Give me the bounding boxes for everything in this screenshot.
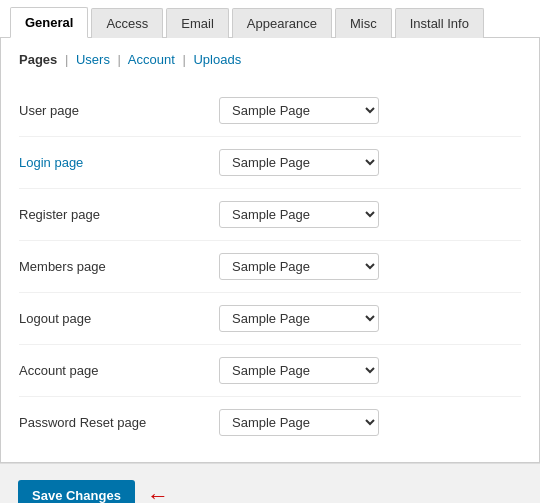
form-control: Sample Page bbox=[219, 409, 379, 436]
tabs-container: General Access Email Appearance Misc Ins… bbox=[0, 0, 540, 38]
dropdown-login-page[interactable]: Sample Page bbox=[219, 149, 379, 176]
breadcrumb-uploads[interactable]: Uploads bbox=[193, 52, 241, 67]
form-label-user-page: User page bbox=[19, 103, 219, 118]
form-label-account-page: Account page bbox=[19, 363, 219, 378]
form-label-password-reset-page: Password Reset page bbox=[19, 415, 219, 430]
breadcrumb-account[interactable]: Account bbox=[128, 52, 175, 67]
form-control: Sample Page bbox=[219, 201, 379, 228]
form: User pageSample PageLogin pageSample Pag… bbox=[19, 85, 521, 448]
breadcrumb-pages: Pages bbox=[19, 52, 57, 67]
dropdown-register-page[interactable]: Sample Page bbox=[219, 201, 379, 228]
breadcrumb: Pages | Users | Account | Uploads bbox=[19, 52, 521, 67]
form-label-login-page: Login page bbox=[19, 155, 219, 170]
save-changes-button[interactable]: Save Changes bbox=[18, 480, 135, 503]
footer-area: Save Changes ← bbox=[0, 463, 540, 503]
form-control: Sample Page bbox=[219, 357, 379, 384]
arrow-indicator: ← bbox=[147, 485, 169, 504]
breadcrumb-users[interactable]: Users bbox=[76, 52, 110, 67]
form-row: Password Reset pageSample Page bbox=[19, 397, 521, 448]
form-control: Sample Page bbox=[219, 97, 379, 124]
dropdown-logout-page[interactable]: Sample Page bbox=[219, 305, 379, 332]
dropdown-user-page[interactable]: Sample Page bbox=[219, 97, 379, 124]
dropdown-account-page[interactable]: Sample Page bbox=[219, 357, 379, 384]
dropdown-members-page[interactable]: Sample Page bbox=[219, 253, 379, 280]
tab-general[interactable]: General bbox=[10, 7, 88, 38]
form-control: Sample Page bbox=[219, 305, 379, 332]
form-label-members-page: Members page bbox=[19, 259, 219, 274]
form-row: Logout pageSample Page bbox=[19, 293, 521, 345]
form-control: Sample Page bbox=[219, 149, 379, 176]
form-control: Sample Page bbox=[219, 253, 379, 280]
form-label-register-page: Register page bbox=[19, 207, 219, 222]
form-row: Login pageSample Page bbox=[19, 137, 521, 189]
dropdown-password-reset-page[interactable]: Sample Page bbox=[219, 409, 379, 436]
content-area: Pages | Users | Account | Uploads User p… bbox=[0, 38, 540, 463]
tab-misc[interactable]: Misc bbox=[335, 8, 392, 38]
form-label-logout-page: Logout page bbox=[19, 311, 219, 326]
tab-install-info[interactable]: Install Info bbox=[395, 8, 484, 38]
form-row: Members pageSample Page bbox=[19, 241, 521, 293]
tab-email[interactable]: Email bbox=[166, 8, 229, 38]
tab-appearance[interactable]: Appearance bbox=[232, 8, 332, 38]
form-row: User pageSample Page bbox=[19, 85, 521, 137]
form-row: Account pageSample Page bbox=[19, 345, 521, 397]
form-row: Register pageSample Page bbox=[19, 189, 521, 241]
tab-access[interactable]: Access bbox=[91, 8, 163, 38]
